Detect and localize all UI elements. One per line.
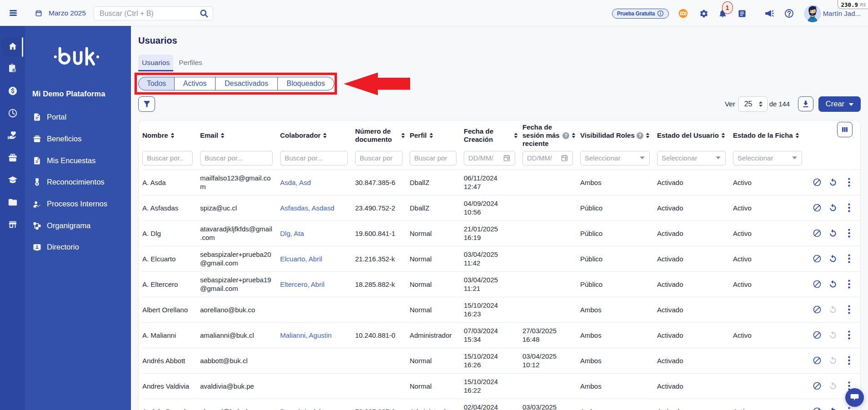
column-filter-text[interactable]	[200, 151, 273, 165]
user-name[interactable]: Martín Jad...	[823, 10, 861, 17]
info-icon[interactable]: ?	[562, 132, 569, 139]
sort-icon[interactable]	[171, 132, 175, 139]
announcements-button[interactable]	[764, 8, 774, 19]
column-filter-text[interactable]	[142, 151, 193, 165]
tab-usuarios[interactable]: Usuarios	[138, 55, 173, 71]
sort-icon[interactable]	[646, 132, 650, 139]
row-menu-button[interactable]	[844, 330, 853, 340]
help-button[interactable]	[784, 9, 794, 18]
filter-input[interactable]	[285, 154, 343, 162]
create-button[interactable]: Crear	[818, 96, 861, 112]
column-filter-text[interactable]	[410, 151, 457, 165]
settings-button[interactable]	[699, 9, 708, 18]
sort-icon[interactable]	[514, 132, 518, 139]
row-menu-button[interactable]	[844, 229, 853, 238]
block-user-button[interactable]	[813, 280, 822, 289]
reset-password-button[interactable]	[828, 229, 838, 238]
notifications-button[interactable]: 1	[718, 9, 728, 18]
sort-icon[interactable]	[721, 132, 725, 139]
sort-icon[interactable]	[221, 132, 225, 139]
hamburger-menu-button[interactable]	[10, 10, 17, 16]
sort-icon[interactable]	[572, 132, 576, 139]
search-icon[interactable]	[199, 9, 209, 18]
colaborador-link[interactable]: Elcuarto, Abril	[280, 255, 322, 263]
rail-item-clock[interactable]	[0, 103, 25, 125]
row-menu-button[interactable]	[844, 280, 853, 289]
row-menu-button[interactable]	[844, 254, 853, 263]
reset-password-button[interactable]	[828, 381, 838, 390]
assistant-button[interactable]	[678, 9, 688, 18]
sort-icon[interactable]	[795, 132, 799, 139]
user-avatar[interactable]	[804, 5, 821, 22]
sidebar-item-organigrama[interactable]: Organigrama	[25, 215, 131, 236]
column-settings-button[interactable]	[837, 122, 853, 137]
filter-input[interactable]	[360, 154, 398, 162]
sort-icon[interactable]	[323, 132, 327, 139]
block-user-button[interactable]	[813, 305, 822, 314]
colaborador-link[interactable]: Asda, Asd	[280, 179, 311, 186]
block-user-button[interactable]	[813, 178, 822, 187]
segment-bloqueados[interactable]: Bloqueados	[278, 77, 334, 90]
chat-fab-button[interactable]	[845, 388, 864, 407]
column-filter-date[interactable]: DD/MM/	[522, 151, 573, 165]
rail-item-folder[interactable]	[0, 192, 25, 214]
column-filter-select[interactable]: Seleccionar	[657, 151, 726, 165]
block-user-button[interactable]	[813, 203, 822, 212]
colaborador-link[interactable]: Eltercero, Abril	[280, 280, 325, 288]
sidebar-item-reconocimientos[interactable]: Reconocimientos	[25, 171, 131, 193]
reset-password-button[interactable]	[828, 254, 838, 263]
tab-perfiles[interactable]: Perfiles	[173, 55, 208, 71]
row-menu-button[interactable]	[844, 203, 853, 212]
sidebar-item-directorio[interactable]: Directorio	[25, 236, 131, 258]
sidebar-item-procesos-internos[interactable]: Procesos Internos	[25, 193, 131, 215]
row-menu-button[interactable]	[844, 407, 853, 410]
trial-badge[interactable]: Prueba Gratuita	[612, 9, 669, 19]
month-picker[interactable]: Marzo 2025	[35, 0, 86, 26]
block-user-button[interactable]	[813, 381, 822, 390]
reset-password-button[interactable]	[828, 407, 838, 410]
block-user-button[interactable]	[813, 330, 822, 340]
rail-item-hand-heart[interactable]	[0, 125, 25, 147]
reset-password-button[interactable]	[828, 305, 838, 314]
row-menu-button[interactable]	[844, 305, 853, 314]
rail-item-clipboard-clock[interactable]	[0, 58, 25, 80]
rail-item-home[interactable]	[0, 36, 25, 58]
filter-button[interactable]	[138, 96, 155, 112]
column-filter-select[interactable]: Seleccionar	[580, 151, 650, 165]
news-button[interactable]	[738, 9, 747, 18]
reset-password-button[interactable]	[828, 178, 838, 187]
colaborador-link[interactable]: Malianni, Agustin	[280, 331, 331, 339]
column-filter-text[interactable]	[355, 151, 402, 165]
reset-password-button[interactable]	[828, 203, 838, 212]
reset-password-button[interactable]	[828, 356, 838, 365]
rail-item-education[interactable]	[0, 170, 25, 192]
column-filter-select[interactable]: Seleccionar	[733, 151, 802, 165]
segment-desactivados[interactable]: Desactivados	[216, 77, 278, 90]
download-button[interactable]	[798, 96, 813, 111]
page-size-select[interactable]: 25	[738, 96, 768, 112]
block-user-button[interactable]	[813, 356, 822, 365]
reset-password-button[interactable]	[828, 330, 838, 340]
block-user-button[interactable]	[813, 229, 822, 238]
filter-input[interactable]	[414, 154, 452, 162]
info-icon[interactable]: ?	[637, 132, 643, 139]
sort-icon[interactable]	[401, 132, 405, 139]
segment-todos[interactable]: Todos	[138, 77, 175, 90]
search-input[interactable]	[94, 10, 199, 18]
row-menu-button[interactable]	[844, 356, 853, 365]
colaborador-link[interactable]: Dlg, Ata	[280, 230, 304, 237]
column-filter-text[interactable]	[280, 151, 348, 165]
sort-icon[interactable]	[429, 132, 433, 139]
filter-input[interactable]	[205, 154, 268, 162]
rail-item-money[interactable]	[0, 80, 25, 103]
sidebar-item-mis-encuestas[interactable]: Mis Encuestas	[25, 150, 131, 171]
column-filter-date[interactable]: DD/MM/	[464, 151, 515, 165]
rail-item-store[interactable]	[0, 214, 25, 236]
sidebar-item-portal[interactable]: Portal	[25, 106, 131, 128]
colaborador-link[interactable]: Asfasdas, Asdasd	[280, 204, 334, 212]
colaborador-link[interactable]: Bernal, Andrés	[280, 408, 325, 410]
block-user-button[interactable]	[813, 254, 822, 263]
filter-input[interactable]	[147, 154, 188, 162]
block-user-button[interactable]	[813, 407, 822, 410]
reset-password-button[interactable]	[828, 280, 838, 289]
